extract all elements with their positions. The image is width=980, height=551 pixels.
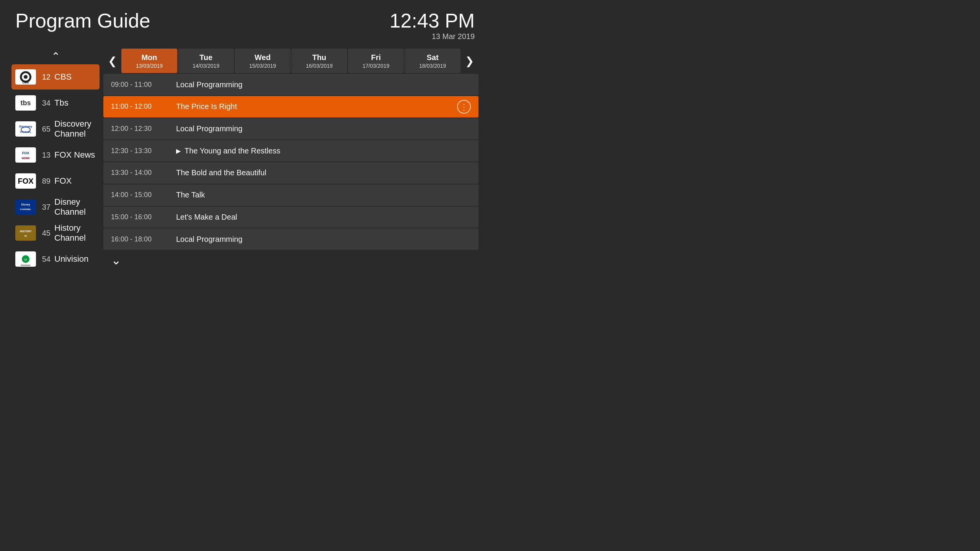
- program-title-4: The Bold and the Beautiful: [176, 168, 471, 177]
- channel-item-history[interactable]: HISTORY H 45History Channel: [11, 220, 100, 246]
- program-bottom-nav: ⌄: [103, 250, 479, 271]
- day-date-5: 18/03/2019: [419, 62, 446, 69]
- channel-name-fox: FOX: [54, 176, 72, 186]
- program-time-3: 12:30 - 13:30: [111, 147, 168, 155]
- program-time-4: 13:30 - 14:00: [111, 169, 168, 177]
- channel-item-cbs[interactable]: CBS 12CBS: [11, 64, 100, 90]
- day-date-4: 17/03/2019: [363, 62, 389, 69]
- chevron-up-icon: ⌃: [51, 50, 60, 63]
- channel-name-discovery: Discovery Channel: [54, 119, 96, 139]
- channel-logo-cbs: CBS: [15, 69, 36, 85]
- channel-number-disney: 37: [40, 203, 51, 212]
- program-title-6: Let's Make a Deal: [176, 213, 471, 222]
- day-name-1: Tue: [199, 52, 212, 62]
- day-tab-wed[interactable]: Wed15/03/2019: [235, 49, 291, 73]
- day-tab-tue[interactable]: Tue14/03/2019: [178, 49, 234, 73]
- channel-logo-history: HISTORY H: [15, 225, 36, 241]
- channel-number-discovery: 65: [40, 125, 51, 134]
- program-time-7: 16:00 - 18:00: [111, 235, 168, 243]
- program-title-3: ▶The Young and the Restless: [176, 147, 471, 155]
- svg-text:tbs: tbs: [21, 99, 31, 107]
- channel-item-tbs[interactable]: tbs 34Tbs: [11, 90, 100, 116]
- channel-list-wrapper: ⌃ CBS 12CBS tbs 34Tbs Discovery CHANNEL …: [11, 49, 100, 271]
- program-row-0[interactable]: 09:00 - 11:00Local Programming: [103, 74, 479, 95]
- channel-number-history: 45: [40, 229, 51, 238]
- day-name-3: Thu: [312, 52, 327, 62]
- program-title-2: Local Programming: [176, 124, 471, 133]
- program-time-1: 11:00 - 12:00: [111, 103, 168, 111]
- play-icon: ▶: [176, 147, 181, 155]
- program-row-5[interactable]: 14:00 - 15:00The Talk: [103, 184, 479, 206]
- chevron-down-icon-program: ⌄: [111, 253, 121, 267]
- channel-name-univision: Univision: [54, 254, 88, 264]
- day-date-0: 13/03/2019: [136, 62, 163, 69]
- program-time-2: 12:00 - 12:30: [111, 125, 168, 133]
- day-tab-sat[interactable]: Sat18/03/2019: [405, 49, 461, 73]
- clock-time: 12:43 PM: [389, 9, 475, 32]
- svg-text:FOX: FOX: [22, 151, 29, 155]
- svg-text:H: H: [24, 234, 27, 238]
- program-guide: ❮ Mon13/03/2019Tue14/03/2019Wed15/03/201…: [103, 49, 479, 271]
- program-time-0: 09:00 - 11:00: [111, 81, 168, 89]
- channel-item-espn[interactable]: ESPN 11ESPN: [11, 272, 100, 276]
- channel-name-tbs: Tbs: [54, 98, 69, 108]
- day-name-2: Wed: [255, 52, 271, 62]
- channel-number-cbs: 12: [40, 73, 51, 82]
- program-row-3[interactable]: 12:30 - 13:30▶The Young and the Restless: [103, 140, 479, 161]
- channel-number-foxnews: 13: [40, 151, 51, 160]
- channel-name-history: History Channel: [54, 223, 96, 243]
- svg-text:Univision: Univision: [21, 264, 31, 266]
- channel-logo-disney: Disney CHANNEL: [15, 199, 36, 215]
- day-prev-button[interactable]: ❮: [103, 49, 121, 73]
- svg-text:Disney: Disney: [21, 203, 30, 206]
- channel-scroll-up[interactable]: ⌃: [44, 49, 68, 64]
- program-scroll-down[interactable]: ⌄: [103, 251, 129, 269]
- clock-date: 13 Mar 2019: [389, 32, 475, 41]
- svg-text:Discovery: Discovery: [19, 125, 32, 128]
- channel-name-disney: Disney Channel: [54, 197, 96, 217]
- channel-number-univision: 54: [40, 255, 51, 264]
- program-options-button-1[interactable]: ⋮: [457, 100, 471, 114]
- svg-text:FOX: FOX: [18, 177, 34, 185]
- day-tab-mon[interactable]: Mon13/03/2019: [121, 49, 177, 73]
- day-name-5: Sat: [426, 52, 438, 62]
- channel-logo-tbs: tbs: [15, 95, 36, 111]
- day-name-4: Fri: [371, 52, 381, 62]
- page-title: Program Guide: [15, 9, 150, 32]
- svg-point-2: [24, 75, 28, 79]
- channel-logo-discovery: Discovery CHANNEL: [15, 121, 36, 137]
- day-name-0: Mon: [141, 52, 157, 62]
- channel-item-disney[interactable]: Disney CHANNEL 37Disney Channel: [11, 194, 100, 220]
- svg-text:NEWS: NEWS: [22, 157, 30, 160]
- program-row-6[interactable]: 15:00 - 16:00Let's Make a Deal: [103, 207, 479, 228]
- day-tab-fri[interactable]: Fri17/03/2019: [348, 49, 404, 73]
- chevron-left-icon: ❮: [108, 55, 117, 67]
- channel-item-discovery[interactable]: Discovery CHANNEL 65Discovery Channel: [11, 116, 100, 142]
- program-time-6: 15:00 - 16:00: [111, 213, 168, 221]
- channel-number-fox: 89: [40, 177, 51, 186]
- program-row-7[interactable]: 16:00 - 18:00Local Programming: [103, 228, 479, 250]
- day-date-3: 16/03/2019: [306, 62, 333, 69]
- program-row-1[interactable]: 11:00 - 12:00The Price Is Right⋮: [103, 96, 479, 117]
- channel-item-univision[interactable]: Univision U 54Univision: [11, 246, 100, 272]
- program-title-1: The Price Is Right: [176, 102, 449, 111]
- svg-text:CHANNEL: CHANNEL: [20, 208, 31, 210]
- channel-number-tbs: 34: [40, 99, 51, 108]
- day-next-button[interactable]: ❯: [461, 49, 479, 73]
- day-date-1: 14/03/2019: [193, 62, 219, 69]
- program-row-4[interactable]: 13:30 - 14:00The Bold and the Beautiful: [103, 162, 479, 184]
- channel-list: CBS 12CBS tbs 34Tbs Discovery CHANNEL 65…: [11, 64, 100, 276]
- channel-name-foxnews: FOX News: [54, 150, 95, 160]
- channel-logo-foxnews: FOX NEWS NEWS: [15, 147, 36, 163]
- day-tab-thu[interactable]: Thu16/03/2019: [291, 49, 347, 73]
- chevron-right-icon: ❯: [465, 55, 474, 67]
- svg-text:U: U: [24, 258, 27, 261]
- day-date-2: 15/03/2019: [249, 62, 276, 69]
- program-time-5: 14:00 - 15:00: [111, 191, 168, 199]
- program-row-2[interactable]: 12:00 - 12:30Local Programming: [103, 118, 479, 140]
- channel-item-foxnews[interactable]: FOX NEWS NEWS 13FOX News: [11, 142, 100, 168]
- day-tabs: Mon13/03/2019Tue14/03/2019Wed15/03/2019T…: [121, 49, 461, 73]
- channel-logo-univision: Univision U: [15, 251, 36, 267]
- channel-item-fox[interactable]: FOX 89FOX: [11, 168, 100, 194]
- day-navigation: ❮ Mon13/03/2019Tue14/03/2019Wed15/03/201…: [103, 49, 479, 73]
